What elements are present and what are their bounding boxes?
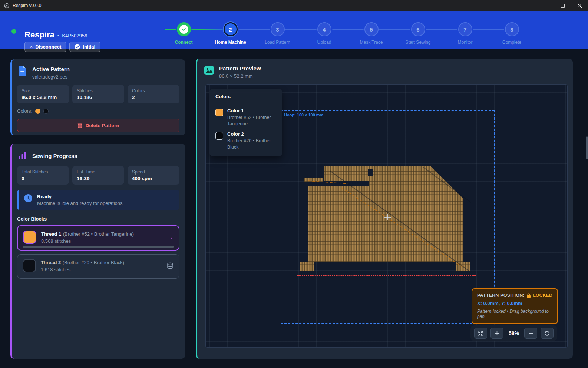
locked-badge: LOCKED xyxy=(533,293,552,298)
legend-item-color2: Color 2 Brother #20 • Brother Black xyxy=(215,131,276,150)
app-window: Respira v0.0.0 Respira • K4P502956 × Dis… xyxy=(0,0,588,368)
stepper-connector xyxy=(285,29,317,30)
check-icon xyxy=(179,25,188,34)
minus-icon xyxy=(528,331,533,336)
pattern-position-hint: Pattern locked • Drag background to pan xyxy=(477,309,552,319)
window-scrollbar[interactable] xyxy=(586,136,588,159)
pattern-preview-size: 86.0 × 52.2 mm xyxy=(219,73,261,79)
step-home-machine[interactable]: 2 Home Machine xyxy=(207,22,254,45)
minimize-button[interactable] xyxy=(537,0,554,11)
thread-1-stitches: 8.568 stitches xyxy=(41,238,134,244)
active-pattern-title: Active Pattern xyxy=(32,66,70,72)
step-mask-trace[interactable]: 5 Mask Trace xyxy=(348,22,395,45)
legend-color1-desc: Brother #52 • Brother Tangerine xyxy=(227,115,276,127)
stat-stitches-value: 10.186 xyxy=(77,95,120,100)
sewing-progress-title: Sewing Progress xyxy=(32,153,77,159)
zoom-in-button[interactable] xyxy=(490,328,503,339)
initial-button[interactable]: Initial xyxy=(69,42,100,52)
step-upload[interactable]: 4 Upload xyxy=(301,22,348,45)
step-complete[interactable]: 8 Complete xyxy=(488,22,535,45)
stat-speed-value: 400 spm xyxy=(132,176,175,181)
check-circle-icon xyxy=(75,44,80,50)
fit-to-screen-button[interactable] xyxy=(474,328,487,339)
stat-total-stitches: Total Stitches 0 xyxy=(17,166,69,185)
thread-1-block[interactable]: Thread 1 (Brother #52 • Brother Tangerin… xyxy=(17,225,179,251)
stat-speed-label: Speed xyxy=(132,169,175,175)
legend-swatch-orange xyxy=(215,109,223,116)
machine-status-title: Ready xyxy=(37,194,123,199)
clock-icon xyxy=(24,194,33,203)
step-monitor[interactable]: 7 Monitor xyxy=(442,22,489,45)
image-icon xyxy=(204,65,214,76)
thread-1-progress-track xyxy=(23,246,174,248)
plus-icon xyxy=(495,331,499,336)
close-button[interactable] xyxy=(571,0,588,11)
stepper-connector xyxy=(379,29,410,30)
stat-colors: Colors 2 xyxy=(128,85,179,103)
legend-swatch-black xyxy=(215,132,223,140)
initial-label: Initial xyxy=(83,44,95,50)
reset-view-button[interactable] xyxy=(541,328,554,339)
stat-total-stitches-value: 0 xyxy=(22,176,65,181)
pattern-position-overlay: PATTERN POSITION: LOCKED X: 0.0mm, Y: 0.… xyxy=(472,288,558,324)
step-connect[interactable]: Connect xyxy=(160,22,207,45)
crosshair-icon xyxy=(384,214,391,220)
stepper-connector xyxy=(426,29,457,30)
step-start-sewing-label: Start Sewing xyxy=(405,40,430,45)
delete-pattern-label: Delete Pattern xyxy=(86,123,119,128)
stat-stitches: Stitches 10.186 xyxy=(72,85,124,103)
app-icon xyxy=(4,3,10,9)
step-load-pattern[interactable]: 3 Load Pattern xyxy=(254,22,301,45)
step-connect-label: Connect xyxy=(175,40,193,45)
stat-est-time-label: Est. Time xyxy=(77,169,120,175)
brand-title: Respira xyxy=(24,30,54,40)
step-start-sewing[interactable]: 6 Start Sewing xyxy=(394,22,442,45)
color-swatch-black xyxy=(43,109,49,114)
step-connect-circle xyxy=(177,22,191,36)
stat-est-time: Est. Time 16:39 xyxy=(72,166,124,185)
stat-size-value: 86.0 x 52.2 mm xyxy=(22,95,65,100)
hoop-label: Hoop: 100 x 100 mm xyxy=(284,113,323,117)
color-swatch-orange xyxy=(35,109,40,114)
sewing-progress-card: Sewing Progress Total Stitches 0 Est. Ti… xyxy=(10,144,185,359)
stepper-connector xyxy=(332,29,364,30)
machine-serial: K4P502956 xyxy=(62,33,87,39)
stat-total-stitches-label: Total Stitches xyxy=(22,169,65,175)
colors-legend: Colors Color 1 Brother #52 • Brother Tan… xyxy=(209,89,282,156)
thread-2-stitches: 1.618 stitches xyxy=(41,267,124,272)
stepper-connector xyxy=(165,29,176,30)
disconnect-x-icon: × xyxy=(30,44,33,50)
stat-size-label: Size xyxy=(22,88,65,93)
pattern-position-coords: X: 0.0mm, Y: 0.0mm xyxy=(477,301,552,306)
disconnect-button[interactable]: × Disconnect xyxy=(24,42,66,52)
stepper-connector xyxy=(238,29,270,30)
legend-item-color1: Color 1 Brother #52 • Brother Tangerine xyxy=(215,108,276,127)
active-pattern-card: Active Pattern valetudogv2.pes Size 86.0… xyxy=(10,59,185,135)
machine-status-banner: Ready Machine is idle and ready for oper… xyxy=(17,190,179,210)
thread-2-name: Thread 2 xyxy=(41,260,61,265)
step-complete-circle: 8 xyxy=(505,22,519,36)
step-start-sewing-circle: 6 xyxy=(411,22,425,36)
color-blocks-heading: Color Blocks xyxy=(17,216,179,222)
refresh-icon xyxy=(544,331,550,336)
thread-2-block[interactable]: Thread 2 (Brother #20 • Brother Black) 1… xyxy=(17,254,179,279)
pattern-position-title: PATTERN POSITION: xyxy=(477,293,525,298)
stat-colors-value: 2 xyxy=(132,95,175,100)
legend-color1-name: Color 1 xyxy=(227,108,276,113)
thread-2-detail: (Brother #20 • Brother Black) xyxy=(63,260,124,265)
legend-title: Colors xyxy=(215,94,276,99)
stat-stitches-label: Stitches xyxy=(77,88,120,93)
step-mask-trace-label: Mask Trace xyxy=(360,40,383,45)
preview-canvas[interactable]: Hoop: 100 x 100 mm xyxy=(205,84,568,348)
file-document-icon xyxy=(17,66,27,76)
app-header: Respira • K4P502956 × Disconnect Initial xyxy=(0,11,588,49)
layers-stack-icon xyxy=(166,262,174,269)
step-monitor-circle: 7 xyxy=(458,22,472,36)
delete-pattern-button[interactable]: Delete Pattern xyxy=(17,119,179,132)
step-load-pattern-label: Load Pattern xyxy=(265,40,290,45)
zoom-out-button[interactable] xyxy=(524,328,537,339)
maximize-button[interactable] xyxy=(554,0,571,11)
step-home-machine-circle: 2 xyxy=(224,22,238,36)
lock-icon xyxy=(526,293,531,298)
thread-1-name: Thread 1 xyxy=(41,231,61,237)
